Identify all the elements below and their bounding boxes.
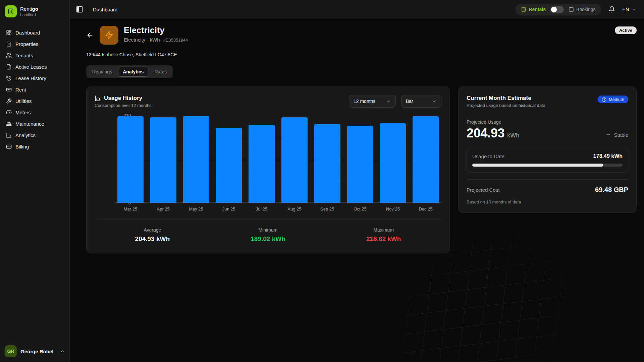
sidebar-item-tenants[interactable]: Tenants	[3, 50, 66, 60]
estimate-divider	[467, 179, 628, 180]
usage-card-header: Usage History Consumption over 12 months…	[95, 95, 441, 108]
page-header: Electricity Electricity - kWh #E35351944…	[86, 26, 637, 45]
building-icon	[7, 8, 14, 15]
chart-bar-slot	[380, 115, 406, 203]
chart-x-tick-label: Dec 25	[413, 206, 439, 212]
brand[interactable]: Rentigo Landlord	[0, 0, 69, 23]
trend-label: Stable	[614, 132, 628, 138]
range-select[interactable]: 12 months	[349, 95, 396, 108]
sidebar-item-billing[interactable]: Billing	[3, 141, 66, 152]
users-icon	[6, 53, 12, 58]
bell-icon[interactable]	[608, 6, 615, 13]
bookings-option[interactable]: Bookings	[569, 7, 596, 12]
brand-logo-icon	[5, 5, 17, 17]
usage-history-card: Usage History Consumption over 12 months…	[86, 86, 450, 253]
chart-x-tick-label: Nov 25	[380, 206, 406, 212]
tab-rates[interactable]: Rates	[150, 67, 171, 77]
chart-x-tick-label: Mar 25	[117, 206, 144, 212]
usage-bar-chart: 055110165220 Mar 25Apr 25May 25Jun 25Jul…	[95, 115, 441, 212]
meter-subtitle: Electricity - kWh	[124, 37, 160, 43]
chart-plot-area: 055110165220	[115, 115, 441, 203]
chart-bar-jun-25[interactable]	[216, 128, 242, 203]
language-select[interactable]: EN	[623, 7, 637, 12]
chart-bar-slot	[249, 115, 275, 203]
chart-bar-slot	[347, 115, 373, 203]
chart-bar-sep-25[interactable]	[314, 124, 340, 203]
user-name: George Robel	[20, 349, 56, 354]
chart-x-tick-label: Apr 25	[150, 206, 176, 212]
sidebar-item-dashboard[interactable]: Dashboard	[3, 27, 66, 38]
meter-type-icon	[100, 26, 118, 45]
stat-minimum: Minimum189.02 kWh	[210, 227, 326, 243]
sidebar-item-active-leases[interactable]: Active Leases	[3, 62, 66, 72]
chart-x-tick-label: Sep 25	[314, 206, 340, 212]
usage-to-date-label: Usage to Date	[472, 154, 504, 159]
projected-cost-value: 69.48 GBP	[595, 186, 628, 194]
tab-analytics[interactable]: Analytics	[118, 67, 148, 77]
sidebar-item-properties[interactable]: Properties	[3, 39, 66, 49]
sidebar-item-label: Dashboard	[15, 30, 40, 36]
calendar-icon	[569, 7, 574, 12]
sidebar-item-label: Properties	[15, 41, 38, 47]
sidebar-item-utilities[interactable]: Utilities	[3, 96, 66, 106]
topbar-right: Rentals Bookings EN	[516, 4, 637, 15]
stat-label: Maximum	[326, 227, 441, 233]
rentals-option[interactable]: Rentals	[521, 7, 546, 12]
user-menu[interactable]: GR George Robel	[0, 341, 69, 362]
sidebar-item-label: Analytics	[15, 132, 36, 138]
sidebar-item-maintenance[interactable]: Maintenance	[3, 119, 66, 129]
chart-type-select[interactable]: Bar	[401, 95, 441, 108]
chart-bar-aug-25[interactable]	[281, 117, 308, 203]
sidebar-item-rent[interactable]: Rent	[3, 84, 66, 95]
sidebar-item-analytics[interactable]: Analytics	[3, 130, 66, 140]
chart-bar-slot	[117, 115, 144, 203]
stat-maximum: Maximum218.62 kWh	[326, 227, 441, 243]
chart-bar-dec-25[interactable]	[413, 116, 439, 203]
chart-bar-apr-25[interactable]	[150, 117, 176, 203]
topbar-title: Dashboard	[93, 7, 117, 12]
projected-cost-row: Projected Cost 69.48 GBP	[467, 186, 628, 194]
meter-id: #E35351944	[163, 38, 188, 43]
back-button[interactable]	[86, 32, 94, 39]
stat-value: 189.02 kWh	[210, 235, 326, 243]
hard-hat-icon	[6, 121, 12, 127]
chart-bars	[115, 115, 441, 203]
chart-x-tick-label: Aug 25	[281, 206, 308, 212]
projected-usage-value: 204.93	[467, 126, 504, 140]
sidebar-toggle-icon[interactable]	[76, 6, 83, 13]
chart-bar-mar-25[interactable]	[117, 116, 144, 203]
language-code: EN	[623, 7, 629, 12]
chart-bar-jul-25[interactable]	[249, 125, 275, 203]
mode-toggle[interactable]	[550, 6, 564, 13]
current-month-estimate-card: Current Month Estimate Projected usage b…	[458, 86, 637, 213]
stat-value: 204.93 kWh	[95, 235, 210, 243]
sidebar-item-meters[interactable]: Meters	[3, 107, 66, 117]
sidebar-item-label: Meters	[15, 110, 31, 115]
chevron-down-icon	[632, 7, 637, 12]
chart-bar-may-25[interactable]	[183, 116, 209, 203]
bookings-label: Bookings	[576, 7, 596, 12]
wrench-icon	[6, 98, 12, 104]
usage-to-date-box: Usage to Date 178.49 kWh	[467, 148, 628, 173]
gauge-icon	[6, 110, 12, 115]
stat-average: Average204.93 kWh	[95, 227, 210, 243]
minus-icon	[606, 132, 611, 137]
page-title: Electricity	[124, 26, 188, 35]
estimate-card-header: Current Month Estimate Projected usage b…	[467, 95, 628, 108]
chart-bar-oct-25[interactable]	[347, 126, 373, 203]
sidebar-item-lease-history[interactable]: Lease History	[3, 73, 66, 83]
status-badge: Active	[615, 26, 637, 34]
chart-bar-slot	[314, 115, 340, 203]
chart-bar-nov-25[interactable]	[380, 123, 406, 203]
bar-chart-icon	[6, 132, 12, 138]
chart-x-tick-label: May 25	[183, 206, 209, 212]
bar-chart-icon	[95, 95, 101, 102]
avatar: GR	[5, 345, 17, 357]
tab-readings[interactable]: Readings	[88, 67, 117, 77]
range-select-value: 12 months	[354, 99, 375, 104]
estimate-footnote: Based on 10 months of data	[467, 199, 628, 204]
topbar: Dashboard Rentals Bookings EN	[70, 0, 644, 19]
toggle-knob	[551, 7, 557, 12]
confidence-badge: Medium	[598, 96, 628, 103]
sidebar-item-label: Maintenance	[15, 121, 44, 127]
